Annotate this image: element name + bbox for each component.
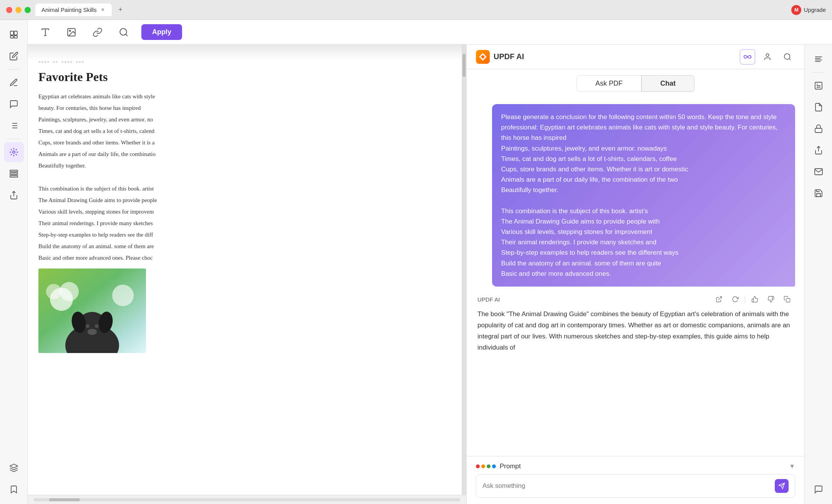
right-icon-email[interactable] [809,162,829,182]
svg-rect-12 [10,173,18,174]
infinity-icon-button[interactable] [740,49,755,65]
svg-point-24 [60,282,79,301]
person-icon-button[interactable] [760,49,775,65]
minimize-button[interactable] [15,7,22,13]
tab-ask-pdf[interactable]: Ask PDF [577,75,641,92]
right-icon-ai-bottom[interactable] [809,479,829,499]
user-message-text: Please generate a conclusion for the fol… [501,112,786,279]
upgrade-button[interactable]: M Upgrade [791,5,826,15]
sidebar-divider-1 [8,69,20,70]
sidebar-icon-convert[interactable] [4,185,24,205]
pdf-text-1: Egyptian art celebrates animals like cat… [38,92,451,101]
thumbs-down-icon[interactable] [764,293,777,306]
app-body: Apply ···· ·· ···· ··· Favorite Pets Egy… [0,20,832,504]
svg-line-36 [789,58,791,60]
copy-icon[interactable] [781,293,794,306]
prompt-dot-red [476,464,480,468]
send-button[interactable] [775,479,789,493]
ai-logo: UPDF AI [476,50,524,64]
ai-response-container: UPDF AI [476,293,795,353]
sidebar-right [804,45,832,504]
prompt-input-row [476,474,795,498]
close-button[interactable] [6,7,12,13]
pdf-content[interactable]: ···· ·· ···· ··· Favorite Pets Egyptian … [28,45,462,495]
external-link-icon[interactable] [713,293,726,306]
right-icon-lock[interactable] [809,119,829,139]
svg-point-20 [120,28,126,35]
prompt-dot-blue [492,464,496,468]
svg-rect-0 [10,31,13,35]
sidebar-icon-edit[interactable] [4,46,24,66]
pdf-text-8: This combination is the subject of this … [38,184,451,193]
svg-point-34 [766,53,769,56]
sidebar-icon-pages[interactable] [4,25,24,45]
toolbar-image-icon[interactable] [63,24,80,41]
toolbar-link-icon[interactable] [89,24,106,41]
pdf-scrollbar[interactable] [462,45,466,495]
svg-marker-15 [10,464,18,468]
apply-button[interactable]: Apply [141,24,182,40]
title-bar: Animal Painting Skills ✕ + M Upgrade [0,0,832,20]
user-message: Please generate a conclusion for the fol… [492,104,795,287]
svg-point-10 [13,151,15,153]
pdf-page-header-blur: ···· ·· ···· ··· [38,57,451,67]
chat-area[interactable]: Please generate a conclusion for the fol… [467,98,804,456]
toolbar-text-icon[interactable] [37,24,54,41]
action-divider [745,295,745,303]
right-icon-share[interactable] [809,140,829,160]
sidebar-icon-ai-active[interactable] [4,142,24,162]
right-divider-1 [812,72,825,73]
pdf-horizontal-scrollbar[interactable] [34,498,460,501]
title-bar-right: M Upgrade [791,5,826,15]
sidebar-left [0,20,28,504]
svg-point-26 [112,285,134,306]
pdf-title: Favorite Pets [38,70,451,84]
prompt-dots-icon [476,464,496,468]
prompt-dot-orange [481,464,485,468]
prompt-input[interactable] [482,482,770,490]
ai-logo-icon [476,50,490,64]
pdf-text-14: Basic and other more advanced ones. Plea… [38,253,451,262]
ai-tab-switcher: Ask PDF Chat [467,69,804,98]
sidebar-icon-bookmark[interactable] [4,479,24,499]
pdf-text-12: Step-by-step examples to help readers se… [38,230,451,239]
new-tab-button[interactable]: + [115,5,126,15]
active-tab[interactable]: Animal Painting Skills ✕ [35,3,112,16]
right-icon-compare[interactable] [809,97,829,117]
prompt-selector[interactable]: Prompt ▼ [476,463,795,470]
pdf-scroll-thumb[interactable] [462,54,466,77]
toolbar-search-icon[interactable] [115,24,132,41]
right-icon-ocr[interactable] [809,76,829,96]
right-icon-1[interactable] [809,49,829,69]
sidebar-divider-2 [8,139,20,139]
refresh-icon[interactable] [729,293,742,306]
ai-header: UPDF AI [467,45,804,69]
tab-title: Animal Painting Skills [41,7,96,13]
sidebar-icon-layers[interactable] [4,458,24,478]
updf-logo-svg [477,51,488,62]
svg-rect-13 [10,176,18,177]
svg-rect-1 [14,31,17,35]
tab-chat[interactable]: Chat [641,75,694,92]
sidebar-icon-comment[interactable] [4,94,24,114]
search-header-icon[interactable] [780,49,795,65]
ai-response-text: The book "The Animal Drawing Guide" comb… [476,306,795,353]
pdf-bottom-bar [28,495,466,504]
pdf-text-6: Animals are a part of our daily life, th… [38,149,451,159]
right-icon-save[interactable] [809,183,829,203]
svg-rect-38 [786,298,790,302]
pdf-text-7: Beautifully together. [38,161,451,170]
upgrade-label: Upgrade [804,7,826,13]
svg-rect-11 [10,170,18,172]
prompt-dot-green [487,464,491,468]
thumbs-up-icon[interactable] [748,293,761,306]
svg-point-32 [95,324,99,328]
pdf-text-9: The Animal Drawing Guide aims to provide… [38,196,451,205]
sidebar-icon-annotate[interactable] [4,73,24,93]
maximize-button[interactable] [25,7,31,13]
pdf-text-4: Times, cat and dog art sells a lot of t-… [38,126,451,136]
pdf-h-scroll-thumb[interactable] [49,498,80,501]
sidebar-icon-organize[interactable] [4,164,24,184]
sidebar-icon-list[interactable] [4,116,24,136]
tab-close-button[interactable]: ✕ [99,7,106,13]
